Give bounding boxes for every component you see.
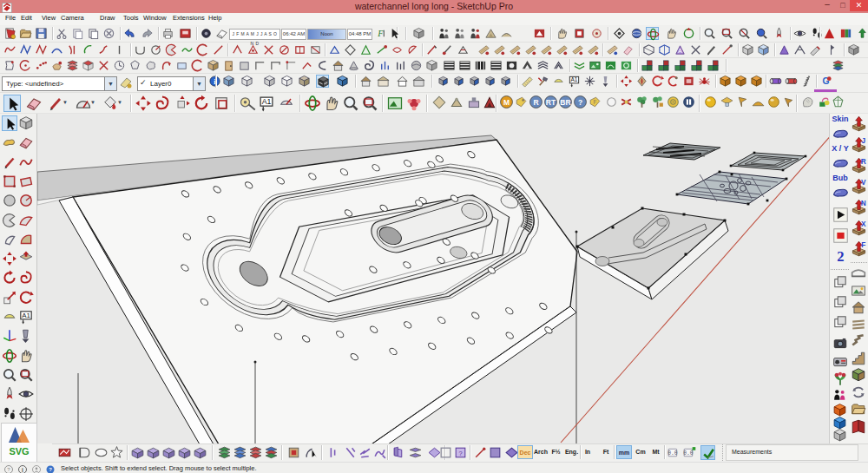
svg-text:?: ? <box>458 450 462 457</box>
svg-text:0.0: 0.0 <box>667 450 678 457</box>
svg-text:0.0: 0.0 <box>683 450 694 457</box>
svg-text:A1: A1 <box>570 76 577 82</box>
svg-text:J: J <box>862 136 866 145</box>
svg-text:RT: RT <box>546 98 556 107</box>
svg-text:BR: BR <box>560 98 570 107</box>
svg-text:A1: A1 <box>262 97 272 106</box>
svg-text:?: ? <box>49 467 52 472</box>
svg-text:?: ? <box>7 467 10 472</box>
svg-text:F: F <box>377 29 384 38</box>
svg-text:2: 2 <box>837 248 844 265</box>
svg-text:A1: A1 <box>22 312 30 319</box>
svg-text:i: i <box>22 467 23 473</box>
svg-text:V: V <box>861 178 866 187</box>
svg-text:M: M <box>503 98 510 107</box>
svg-text:R: R <box>533 98 538 107</box>
svg-text:N: N <box>861 199 866 207</box>
svg-text:F: F <box>594 99 597 105</box>
svg-text:R: R <box>861 157 866 166</box>
svg-text:F: F <box>861 240 865 249</box>
svg-text:A: A <box>678 48 682 54</box>
svg-text:X: X <box>861 220 866 228</box>
svg-text:?: ? <box>578 98 582 107</box>
